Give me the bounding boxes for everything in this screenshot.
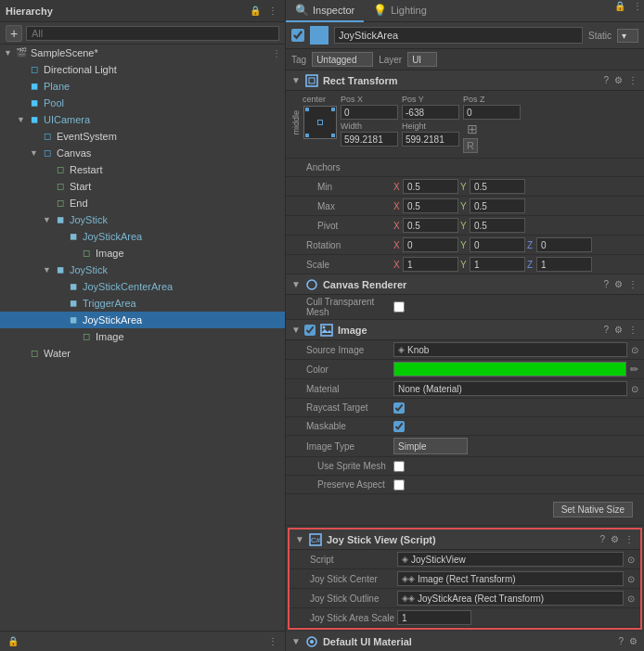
rect-transform-settings-icon[interactable]: ⚙	[613, 74, 624, 86]
joy-stick-center-field[interactable]: ◈◈ Image (Rect Transform)	[397, 571, 624, 586]
inspector-lock-icon[interactable]: 🔒	[612, 0, 627, 21]
rot-z-input[interactable]	[536, 237, 592, 252]
rotation-value: X Y Z	[393, 237, 638, 252]
aspect-ratio-icon[interactable]: ⊞	[467, 121, 478, 136]
tree-item-canvas[interactable]: ▼ ◻ Canvas	[0, 145, 285, 161]
joystick-view-menu-icon[interactable]: ⋮	[624, 533, 635, 545]
image-enabled-checkbox[interactable]	[304, 325, 316, 336]
color-eye-icon[interactable]: ✏	[630, 364, 638, 376]
tree-item-plane[interactable]: ◼ Plane	[0, 78, 285, 95]
canvas-renderer-help-icon[interactable]: ?	[602, 278, 610, 290]
preserve-aspect-checkbox[interactable]	[393, 479, 405, 491]
tree-item-triggerarea[interactable]: ◼ TriggerArea	[0, 295, 285, 312]
script-pick-btn[interactable]: ⊙	[627, 555, 635, 565]
posy-input[interactable]	[402, 105, 459, 120]
canvas-renderer-settings-icon[interactable]: ⚙	[613, 278, 624, 290]
default-ui-material-section-header[interactable]: ▼ Default UI Material ? ⚙	[286, 632, 644, 651]
anchors-max-y-input[interactable]	[470, 198, 525, 213]
hierarchy-lock-icon[interactable]: 🔒	[248, 5, 263, 17]
hierarchy-bottom-lock-icon[interactable]: 🔒	[6, 635, 20, 647]
tree-item-pool[interactable]: ◼ Pool	[0, 95, 285, 111]
material-pick-btn[interactable]: ⊙	[631, 384, 638, 394]
source-image-field[interactable]: ◈ Knob	[393, 342, 627, 357]
tab-lighting[interactable]: 💡 Lighting	[364, 0, 436, 22]
gameobject-enabled-checkbox[interactable]	[291, 29, 304, 42]
inspector-menu-icon[interactable]: ⋮	[631, 0, 644, 21]
source-image-pick-btn[interactable]: ⊙	[631, 345, 638, 355]
tree-item-joystickarea2[interactable]: ◼ JoyStickArea	[0, 312, 285, 328]
image-help-icon[interactable]: ?	[602, 324, 610, 336]
joystick-view-section-header[interactable]: ▼ C# Joy Stick View (Script) ? ⚙ ⋮	[290, 530, 640, 550]
tree-item-directional-light[interactable]: ◻ Directional Light	[0, 61, 285, 78]
tree-item-sample-scene[interactable]: ▼ 🎬 SampleScene* ⋮	[0, 45, 285, 61]
tree-item-restart[interactable]: ◻ Restart	[0, 161, 285, 178]
rot-y-input[interactable]	[470, 237, 525, 252]
tree-item-joystick1[interactable]: ▼ ◼ JoyStick	[0, 211, 285, 228]
static-label: Static	[588, 31, 612, 41]
tree-item-start[interactable]: ◻ Start	[0, 178, 285, 195]
canvas-renderer-menu-icon[interactable]: ⋮	[627, 278, 638, 290]
rot-x-input[interactable]	[403, 237, 458, 252]
raycast-target-row: Raycast Target	[286, 399, 644, 417]
tree-item-joystickcenterarea[interactable]: ◼ JoyStickCenterArea	[0, 278, 285, 295]
canvas-renderer-section-header[interactable]: ▼ Canvas Renderer ? ⚙ ⋮	[286, 274, 644, 295]
scale-y-input[interactable]	[470, 257, 525, 272]
hierarchy-search-input[interactable]	[26, 26, 279, 41]
material-field[interactable]: None (Material)	[393, 381, 627, 396]
image-settings-icon[interactable]: ⚙	[613, 324, 624, 336]
image-menu-icon[interactable]: ⋮	[627, 324, 638, 336]
image-type-dropdown[interactable]: Simple	[393, 438, 468, 454]
tree-item-image1[interactable]: ◻ Image	[0, 245, 285, 262]
image2-icon: ◻	[80, 330, 93, 343]
scale-z-input[interactable]	[536, 257, 592, 272]
set-native-size-button[interactable]: Set Native Size	[553, 502, 633, 517]
joy-stick-outline-field[interactable]: ◈◈ JoyStickArea (Rect Transform)	[397, 591, 624, 606]
anchors-min-y-input[interactable]	[470, 179, 525, 194]
pivot-y-input[interactable]	[470, 218, 525, 233]
default-ui-material-help-icon[interactable]: ?	[617, 635, 625, 647]
rect-transform-menu-icon[interactable]: ⋮	[627, 74, 638, 86]
anchor-diagram-box[interactable]	[303, 106, 337, 139]
tree-item-water[interactable]: ◻ Water	[0, 345, 285, 362]
raycast-target-checkbox[interactable]	[393, 402, 405, 414]
reset-icon[interactable]: R	[463, 138, 478, 153]
tree-item-uicamera[interactable]: ▼ ◼ UICamera	[0, 111, 285, 128]
joystick-view-help-icon[interactable]: ?	[599, 533, 606, 545]
maskable-checkbox[interactable]	[393, 421, 405, 432]
gameobject-name-input[interactable]	[334, 27, 583, 44]
hierarchy-add-button[interactable]: +	[6, 25, 22, 42]
use-sprite-mesh-checkbox[interactable]	[393, 461, 405, 472]
script-field[interactable]: ◈ JoyStickView	[397, 552, 624, 567]
joy-stick-outline-pick-btn[interactable]: ⊙	[627, 594, 635, 604]
joystick2-icon: ◼	[54, 263, 67, 276]
joy-stick-area-scale-input[interactable]	[397, 610, 471, 625]
tree-item-eventsystem[interactable]: ◻ EventSystem	[0, 128, 285, 145]
rect-transform-section-header[interactable]: ▼ Rect Transform ? ⚙ ⋮	[286, 70, 644, 91]
tag-dropdown[interactable]: Untagged	[312, 52, 373, 67]
anchors-min-x-input[interactable]	[403, 179, 458, 194]
tree-item-joystickarea1[interactable]: ◼ JoyStickArea	[0, 228, 285, 245]
tree-item-joystick2[interactable]: ▼ ◼ JoyStick	[0, 262, 285, 278]
color-swatch[interactable]	[393, 362, 626, 377]
posx-input[interactable]	[341, 105, 398, 120]
anchors-max-x-input[interactable]	[403, 198, 458, 213]
tree-item-image2[interactable]: ◻ Image	[0, 328, 285, 345]
posz-input[interactable]	[463, 105, 521, 120]
scale-x-input[interactable]	[403, 257, 458, 272]
sample-scene-overflow-icon[interactable]: ⋮	[272, 48, 285, 58]
rect-transform-help-icon[interactable]: ?	[602, 74, 610, 86]
hierarchy-menu-icon[interactable]: ⋮	[266, 5, 279, 17]
width-input[interactable]	[341, 132, 398, 147]
tab-inspector[interactable]: 🔍 Inspector	[286, 0, 364, 22]
height-input[interactable]	[402, 132, 459, 147]
hierarchy-bottom-menu-icon[interactable]: ⋮	[266, 635, 279, 647]
tree-item-end[interactable]: ◻ End	[0, 195, 285, 211]
static-dropdown[interactable]: ▾	[617, 29, 638, 43]
layer-dropdown[interactable]: UI	[407, 52, 437, 67]
joy-stick-center-pick-btn[interactable]: ⊙	[627, 574, 635, 584]
joystick-view-settings-icon[interactable]: ⚙	[610, 533, 620, 545]
image-section-header[interactable]: ▼ Image ? ⚙ ⋮	[286, 320, 644, 340]
default-ui-material-settings-icon[interactable]: ⚙	[628, 635, 638, 647]
cull-transparent-checkbox[interactable]	[393, 301, 405, 313]
pivot-x-input[interactable]	[403, 218, 458, 233]
